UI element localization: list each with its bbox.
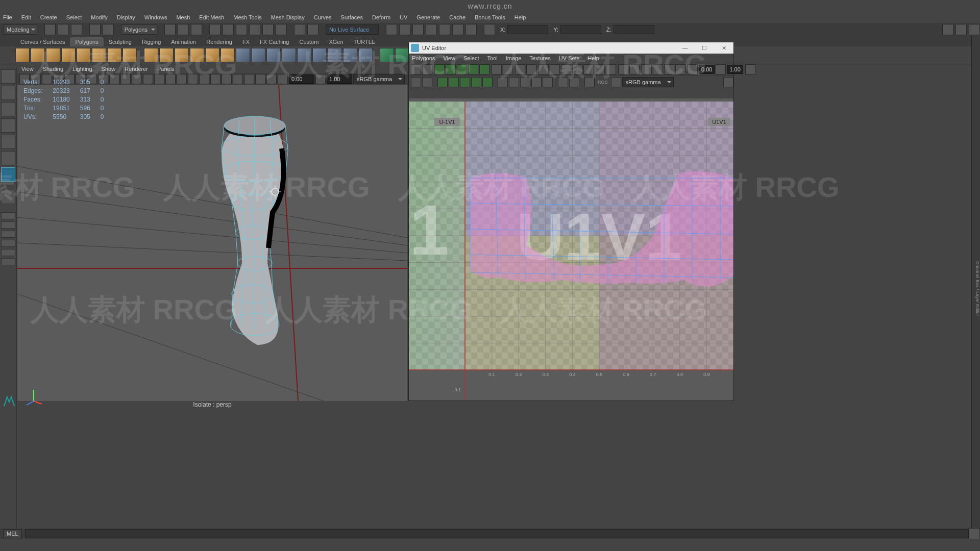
select-by-component-icon[interactable] xyxy=(191,24,202,35)
panel-lighting[interactable]: Lighting xyxy=(72,64,92,73)
uv-merge-icon[interactable] xyxy=(460,77,470,87)
uv-nudge-u-icon[interactable] xyxy=(520,77,530,87)
uv-normalize-icon[interactable] xyxy=(595,64,605,74)
poly-torus-icon[interactable] xyxy=(92,48,106,62)
snap-grid-icon[interactable] xyxy=(209,24,220,35)
shelf-tab-fx[interactable]: FX xyxy=(237,37,255,46)
snap-curve-icon[interactable] xyxy=(223,24,234,35)
select-by-hierarchy-icon[interactable] xyxy=(164,24,176,35)
uv-unitize-icon[interactable] xyxy=(606,64,616,74)
gamma-icon[interactable] xyxy=(315,74,326,84)
uv-frame-icon[interactable] xyxy=(618,64,628,74)
poly-cube-icon[interactable] xyxy=(31,48,45,62)
uv-sew-icon[interactable] xyxy=(479,64,489,74)
svg-icon[interactable] xyxy=(220,48,235,62)
poly-gear-icon[interactable] xyxy=(159,48,174,62)
undo-icon[interactable] xyxy=(89,24,101,35)
separate-icon[interactable] xyxy=(251,48,265,62)
uv-win-close-button[interactable]: ✕ xyxy=(714,42,733,54)
uv-snap-icon[interactable] xyxy=(538,64,549,74)
shaded-icon[interactable] xyxy=(412,24,424,35)
menu-mesh-display[interactable]: Mesh Display xyxy=(271,13,305,22)
uv-menu-tool[interactable]: Tool xyxy=(487,54,498,63)
smooth-shade-icon[interactable] xyxy=(154,74,164,84)
uv-toggle-toolbar-icon[interactable] xyxy=(723,77,733,87)
uv-brush-icon[interactable] xyxy=(411,77,421,87)
xray-view-icon[interactable] xyxy=(199,74,209,84)
light-icon[interactable] xyxy=(439,24,450,35)
shelf-tab-fxcaching[interactable]: FX Caching xyxy=(255,37,294,46)
uv-rotate-cw-icon[interactable] xyxy=(503,64,513,74)
shelf-tab-xgen[interactable]: XGen xyxy=(324,37,348,46)
uv-gamma-icon[interactable] xyxy=(716,64,726,74)
uv-optimize-icon[interactable] xyxy=(446,64,456,74)
script-editor-icon[interactable] xyxy=(969,528,980,539)
bevel-icon[interactable] xyxy=(282,48,296,62)
extrude-icon[interactable] xyxy=(266,48,281,62)
menu-generate[interactable]: Generate xyxy=(416,13,440,22)
exposure-icon[interactable] xyxy=(278,74,288,84)
uv-nudge-l-icon[interactable] xyxy=(498,77,508,87)
paint-select-tool-icon[interactable] xyxy=(1,102,15,116)
menu-create[interactable]: Create xyxy=(40,13,57,22)
uv-channel-toggle-icon[interactable] xyxy=(584,77,595,87)
menu-mesh-tools[interactable]: Mesh Tools xyxy=(233,13,261,22)
last-tool-icon[interactable] xyxy=(1,167,15,182)
render-icon[interactable] xyxy=(465,24,477,35)
workspace-mode-selector[interactable]: Modeling xyxy=(3,24,37,35)
poly-soccer-icon[interactable] xyxy=(175,48,189,62)
shelf-tab-polygons[interactable]: Polygons xyxy=(70,37,103,46)
uv-distribute-icon[interactable] xyxy=(583,64,594,74)
uv-menu-help[interactable]: Help xyxy=(587,54,599,63)
uv-flip-v-icon[interactable] xyxy=(422,64,432,74)
uv-straighten-icon[interactable] xyxy=(572,64,582,74)
layout-persp-outliner-icon[interactable] xyxy=(1,249,15,256)
uv-editor-titlebar[interactable]: UV Editor — ☐ ✕ xyxy=(409,42,733,54)
poly-pipe-icon[interactable] xyxy=(122,48,137,62)
uv-canvas[interactable]: 1 U1V1 U-1V1 U1V1 0.1 xyxy=(409,98,733,400)
uv-menu-image[interactable]: Image xyxy=(506,54,522,63)
uv-grid-icon[interactable] xyxy=(550,64,560,74)
menu-surfaces[interactable]: Surfaces xyxy=(341,13,363,22)
uv-lattice-icon[interactable] xyxy=(422,77,432,87)
y-field[interactable] xyxy=(560,25,601,34)
ao-icon[interactable] xyxy=(233,74,243,84)
sidebar-toggle-2-icon[interactable] xyxy=(955,24,967,35)
uv-split-icon[interactable] xyxy=(449,77,459,87)
layout-hypershade-icon[interactable] xyxy=(1,258,15,265)
menu-bonus-tools[interactable]: Bonus Tools xyxy=(475,13,505,22)
layout-two-h-icon[interactable] xyxy=(1,231,15,238)
gate-mask-icon[interactable] xyxy=(120,74,131,84)
uv-stack-icon[interactable] xyxy=(561,64,571,74)
platonic-icon[interactable] xyxy=(190,48,204,62)
live-surface-field[interactable]: No Live Surface xyxy=(326,24,379,35)
panel-show[interactable]: Show xyxy=(102,64,116,73)
menu-mesh[interactable]: Mesh xyxy=(176,13,190,22)
poly-helix-icon[interactable] xyxy=(144,48,158,62)
menu-edit[interactable]: Edit xyxy=(21,13,31,22)
selection-mask-selector[interactable]: Polygons xyxy=(121,24,157,35)
use-lights-icon[interactable] xyxy=(165,74,176,84)
menu-deform[interactable]: Deform xyxy=(372,13,390,22)
select-by-object-icon[interactable] xyxy=(178,24,189,35)
view-transform-selector[interactable]: sRGB gamma xyxy=(353,74,405,84)
move-tool-icon[interactable] xyxy=(1,118,15,133)
texture-icon[interactable] xyxy=(222,74,232,84)
xray-icon[interactable] xyxy=(386,24,397,35)
snap-plane-icon[interactable] xyxy=(249,24,260,35)
insert-edge-icon[interactable] xyxy=(343,48,357,62)
select-tool-icon[interactable] xyxy=(1,69,15,84)
command-lang-selector[interactable]: MEL xyxy=(3,529,22,538)
menu-display[interactable]: Display xyxy=(117,13,135,22)
uv-color-icon[interactable] xyxy=(611,77,621,87)
z-field[interactable] xyxy=(614,25,654,34)
uv-flip-u-icon[interactable] xyxy=(411,64,421,74)
uv-gather-icon[interactable] xyxy=(471,77,481,87)
target-weld-icon[interactable] xyxy=(328,48,342,62)
make-live-icon[interactable] xyxy=(276,24,287,35)
uv-settings-icon[interactable] xyxy=(745,64,755,74)
uv-menu-uv-sets[interactable]: UV Sets xyxy=(559,54,579,63)
uv-view-transform-selector[interactable]: sRGB gamma xyxy=(622,77,674,87)
command-input[interactable] xyxy=(25,529,969,538)
lasso-tool-icon[interactable] xyxy=(1,86,15,100)
